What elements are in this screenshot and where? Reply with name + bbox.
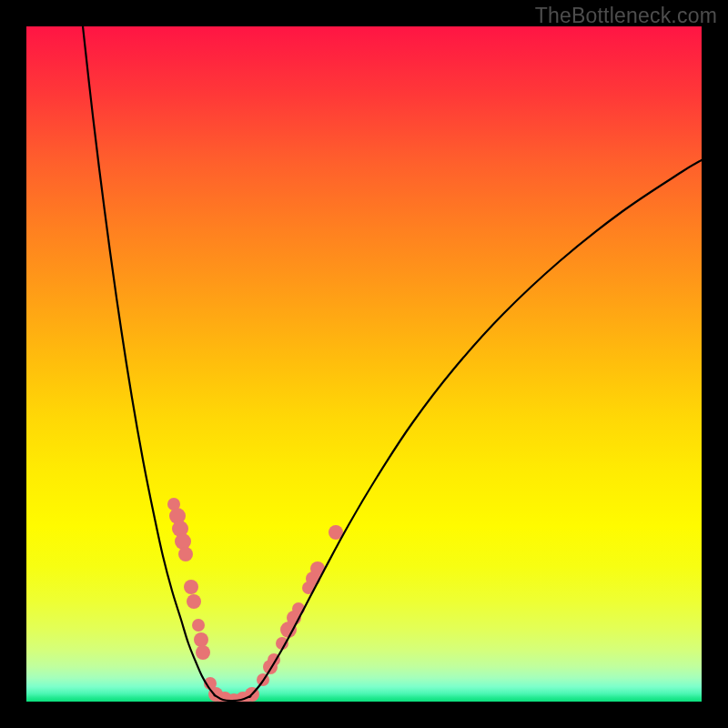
chart-frame: TheBottleneck.com [0, 0, 728, 728]
data-point [196, 645, 210, 660]
curve-layer [26, 26, 702, 702]
data-point [192, 619, 205, 632]
plot-area [26, 26, 702, 702]
scatter-points [167, 498, 343, 702]
bottleneck-curve [83, 26, 702, 701]
data-point [175, 533, 191, 550]
data-point [194, 632, 208, 647]
data-point [187, 594, 201, 609]
data-point [184, 580, 198, 594]
watermark-text: TheBottleneck.com [535, 4, 717, 28]
data-point [178, 547, 193, 561]
